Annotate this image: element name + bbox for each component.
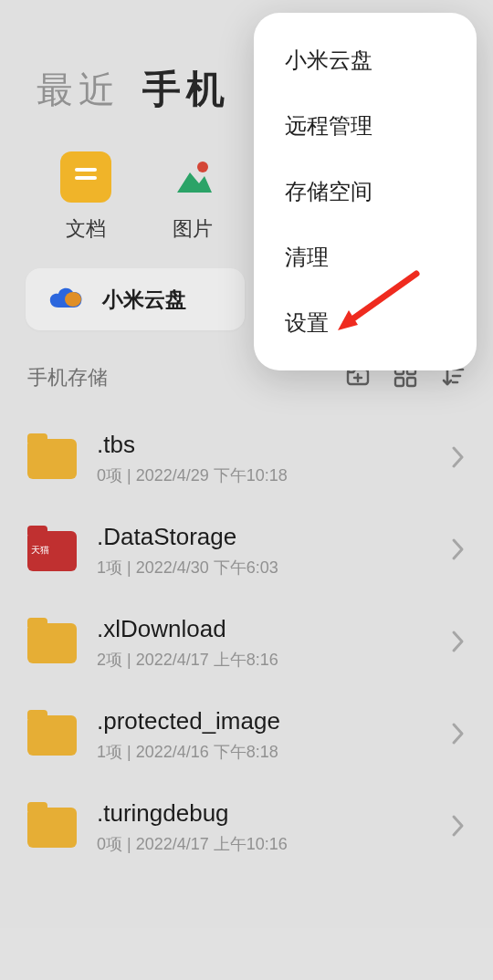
menu-item-clean[interactable]: 清理	[254, 224, 477, 290]
doc-icon	[60, 151, 111, 203]
folder-badge: 天猫	[31, 544, 49, 557]
folder-icon	[27, 439, 77, 479]
folder-icon	[27, 715, 77, 756]
folder-icon: 天猫	[27, 531, 77, 571]
menu-item-settings[interactable]: 设置	[254, 290, 477, 356]
folder-icon	[27, 808, 77, 848]
menu-item-remote[interactable]: 远程管理	[254, 93, 477, 159]
menu-item-storage[interactable]: 存储空间	[254, 159, 477, 224]
overflow-menu: 小米云盘 远程管理 存储空间 清理 设置	[254, 13, 477, 370]
menu-item-cloud[interactable]: 小米云盘	[254, 27, 477, 93]
folder-icon	[27, 623, 77, 663]
